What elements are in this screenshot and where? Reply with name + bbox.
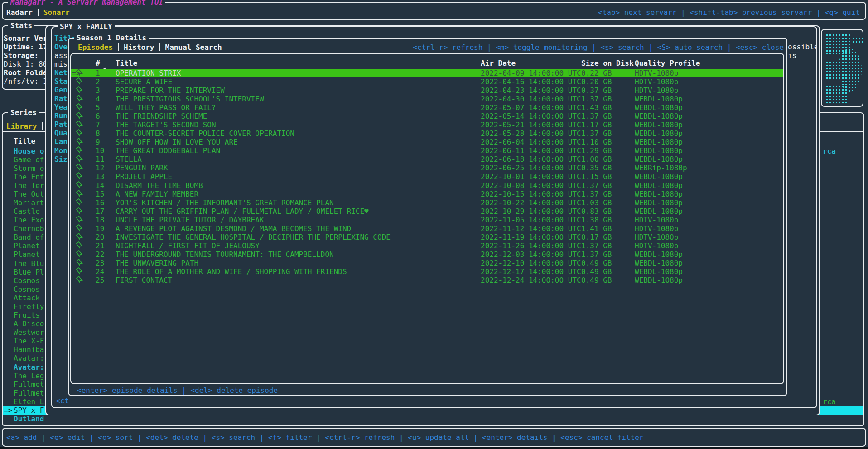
episode-row[interactable]: =>1OPERATION STRIX2022-04-09 14:00:00 UT… (71, 69, 783, 77)
series-list-item[interactable]: Moriart (14, 198, 44, 207)
series-list-item[interactable]: The Ter (14, 181, 44, 190)
episode-size: 0.37 GB (581, 86, 612, 95)
series-list-item[interactable]: The Leg (14, 372, 44, 380)
episode-row[interactable]: 23THE UNWAVERING PATH2022-12-10 14:00:00… (71, 259, 783, 267)
episode-row[interactable]: 17CARRY OUT THE GRIFFIN PLAN / FULLMETAL… (71, 207, 783, 216)
episode-row[interactable]: 7THE TARGET'S SECOND SON2022-05-21 14:00… (71, 121, 783, 129)
episode-row[interactable]: 22THE UNDERGROUND TENNIS TOURNAMENT: THE… (71, 250, 783, 259)
series-list-item[interactable]: Firefly (14, 302, 44, 311)
monitored-icon (77, 69, 83, 77)
episode-row[interactable]: 11STELLA2022-06-18 14:00:00 UTC1.00 GBWE… (71, 155, 783, 164)
tab-radarr[interactable]: Radarr (6, 8, 33, 17)
episode-title: NIGHTFALL / FIRST FIT OF JEALOUSY (116, 241, 260, 250)
episode-row[interactable]: 18UNCLE THE PRIVATE TUTOR / DAYBREAK2022… (71, 216, 783, 224)
episode-title: THE FRIENDSHIP SCHEME (116, 112, 207, 121)
episode-row[interactable]: 13PROJECT APPLE2022-10-01 14:00:00 UTC1.… (71, 172, 783, 181)
series-list-item[interactable]: Cosmos (14, 285, 40, 294)
episode-quality: WEBDL-1080p (635, 267, 683, 276)
series-list-item[interactable]: Fullmet (14, 380, 44, 389)
episode-row[interactable]: 6THE FRIENDSHIP SCHEME2022-05-14 14:00:0… (71, 112, 783, 121)
series-list-item[interactable]: Fullmet (14, 389, 44, 397)
episode-title: THE PRESTIGIOUS SCHOOL'S INTERVIEW (116, 95, 264, 103)
series-list-item[interactable]: House o (14, 147, 44, 155)
series-row-fragment: rca (823, 397, 836, 406)
monitored-icon (77, 207, 83, 216)
episode-quality: WEBDL-1080p (635, 129, 683, 138)
episode-quality: HDTV-1080p (635, 241, 678, 250)
episode-quality: HDTV-1080p (635, 86, 678, 95)
episode-quality: HDTV-1080p (635, 69, 678, 77)
tab-history[interactable]: History (124, 43, 154, 52)
episode-air-date: 2022-06-18 14:00:00 UTC (481, 155, 581, 164)
series-list-item[interactable]: The X-F (14, 337, 44, 345)
episode-row[interactable]: 14DISARM THE TIME BOMB2022-10-08 14:00:0… (71, 181, 783, 190)
episode-air-date: 2022-12-10 14:00:00 UTC (481, 259, 581, 267)
series-list-item[interactable]: Game of (14, 155, 44, 164)
episode-number: 22 (96, 250, 104, 259)
series-list-item[interactable]: Planet (14, 250, 40, 259)
series-list-item[interactable]: Elfen L (14, 397, 44, 406)
episode-title: THE TARGET'S SECOND SON (116, 121, 216, 129)
episode-quality: WEBDL-1080p (635, 190, 683, 198)
bottom-keybinds: <a> add | <e> edit | <o> sort | <del> de… (6, 433, 643, 442)
episode-row[interactable]: 8THE COUNTER-SECRET POLICE COVER OPERATI… (71, 129, 783, 138)
series-list-item[interactable]: Outland (14, 415, 44, 423)
series-list-item[interactable]: The Blu (14, 259, 44, 268)
episode-air-date: 2022-11-05 14:00:00 UTC (481, 216, 581, 224)
episode-row[interactable]: 2SECURE A WIFE2022-04-16 14:00:00 UTC0.2… (71, 77, 783, 86)
episode-title: YOR'S KITCHEN / THE INFORMANT'S GREAT RO… (116, 198, 334, 207)
tab-sonarr[interactable]: Sonarr (43, 8, 70, 17)
series-list-item[interactable]: A Disco (14, 319, 44, 328)
episode-number: 6 (96, 112, 100, 121)
tab-library[interactable]: Library (6, 122, 37, 130)
tab-manual-search[interactable]: Manual Search (165, 43, 222, 52)
series-list-item[interactable]: Castle (14, 207, 40, 216)
series-list-item[interactable]: Storm o (14, 164, 44, 173)
series-list-item[interactable]: Band of (14, 233, 44, 241)
episode-number: 10 (96, 146, 104, 155)
monitored-icon (77, 267, 83, 276)
series-list-item[interactable]: Blue Pl (14, 268, 44, 276)
episode-title: PROJECT APPLE (116, 172, 172, 181)
tab-episodes[interactable]: Episodes (78, 43, 113, 52)
episode-size: 1.37 GB (581, 250, 612, 259)
tab-separator (159, 43, 160, 51)
series-list-item[interactable]: Fruits (14, 311, 40, 319)
episode-title: UNCLE THE PRIVATE TUTOR / DAYBREAK (116, 216, 264, 224)
episode-air-date: 2022-06-11 14:00:00 UTC (481, 146, 581, 155)
episode-size: 1.03 GB (581, 198, 612, 207)
series-list-item[interactable]: Planet (14, 241, 40, 250)
poster-art-cluster (852, 37, 863, 44)
monitored-icon (77, 155, 83, 164)
series-list-item[interactable]: Attack (14, 294, 40, 302)
episode-row[interactable]: 21NIGHTFALL / FIRST FIT OF JEALOUSY2022-… (71, 241, 783, 250)
series-list-item[interactable]: Avatar: (14, 363, 44, 372)
series-list-item[interactable]: Westwor (14, 328, 44, 337)
tab-separator (38, 9, 39, 16)
episode-number: 4 (96, 95, 100, 103)
episode-row[interactable]: 10THE GREAT DODGEBALL PLAN2022-06-11 14:… (71, 146, 783, 155)
episode-row[interactable]: 4THE PRESTIGIOUS SCHOOL'S INTERVIEW2022-… (71, 95, 783, 103)
episode-number: 23 (96, 259, 104, 267)
episode-row[interactable]: 20INVESTIGATE THE GENERAL HOSPITAL / DEC… (71, 233, 783, 241)
episode-number: 9 (96, 138, 100, 146)
episode-row[interactable]: 24THE ROLE OF A MOTHER AND WIFE / SHOPPI… (71, 267, 783, 276)
episode-row[interactable]: 19A REVENGE PLOT AGAINST DESMOND / MAMA … (71, 224, 783, 233)
episode-row[interactable]: 3PREPARE FOR THE INTERVIEW2022-04-23 14:… (71, 86, 783, 95)
series-list-item[interactable]: Avatar: (14, 354, 44, 362)
episode-row[interactable]: 25FIRST CONTACT2022-12-24 14:00:00 UTC0.… (71, 276, 783, 285)
series-details-help: <ct (56, 396, 69, 405)
episode-row[interactable]: 9SHOW OFF HOW IN LOVE YOU ARE2022-06-04 … (71, 138, 783, 146)
episode-row[interactable]: 5WILL THEY PASS OR FAIL?2022-05-07 14:00… (71, 103, 783, 112)
series-list-item[interactable]: The Out (14, 190, 44, 198)
series-list-item[interactable]: The Enf (14, 173, 44, 181)
series-list-item[interactable]: Hanniba (14, 345, 44, 354)
series-list-item[interactable]: The Exo (14, 216, 44, 224)
episode-row[interactable]: 16YOR'S KITCHEN / THE INFORMANT'S GREAT … (71, 198, 783, 207)
episode-title: PREPARE FOR THE INTERVIEW (116, 86, 225, 95)
episode-number: 3 (96, 86, 100, 95)
series-list-item[interactable]: Cosmos (14, 276, 40, 285)
episode-row[interactable]: 15A NEW FAMILY MEMBER2022-10-15 14:00:00… (71, 190, 783, 198)
episode-row[interactable]: 12PENGUIN PARK2022-06-25 14:00:00 UTC0.3… (71, 164, 783, 172)
series-list-item[interactable]: Chernob (14, 224, 44, 233)
